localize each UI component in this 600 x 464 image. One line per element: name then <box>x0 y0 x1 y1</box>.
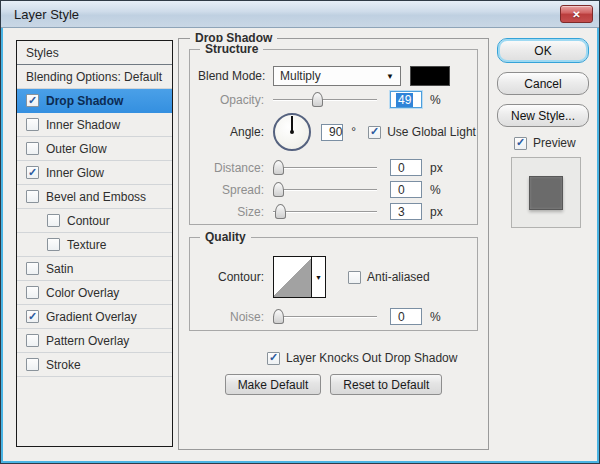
blend-mode-label: Blend Mode: <box>198 69 264 83</box>
sidebar-item-label: Outer Glow <box>46 142 107 156</box>
opacity-unit: % <box>430 93 441 107</box>
opacity-row: Opacity: 49 % <box>198 91 469 108</box>
anti-aliased-checkbox[interactable]: ✓ Anti-aliased <box>348 270 430 284</box>
angle-center-dot <box>290 130 294 134</box>
slider-thumb[interactable] <box>273 182 284 197</box>
contour-thumbnail[interactable] <box>274 257 312 297</box>
sidebar-item-inner-shadow[interactable]: ✓ Inner Shadow <box>17 113 172 137</box>
checkbox-icon[interactable]: ✓ <box>26 190 39 203</box>
checkbox-icon[interactable]: ✓ <box>26 334 39 347</box>
spread-value[interactable]: 0 <box>390 181 422 198</box>
sidebar-item-bevel-and-emboss[interactable]: ✓ Bevel and Emboss <box>17 185 172 209</box>
checkbox-icon[interactable]: ✓ <box>26 310 39 323</box>
reset-to-default-button[interactable]: Reset to Default <box>330 374 442 395</box>
sidebar-item-styles[interactable]: Styles <box>17 41 172 65</box>
ok-button[interactable]: OK <box>497 38 589 63</box>
make-default-button[interactable]: Make Default <box>225 374 322 395</box>
checkbox-icon[interactable]: ✓ <box>26 94 39 107</box>
slider-track <box>273 167 377 168</box>
distance-slider[interactable] <box>273 160 377 175</box>
layer-knocks-out-checkbox[interactable]: ✓ Layer Knocks Out Drop Shadow <box>267 351 488 365</box>
sidebar-item-drop-shadow[interactable]: ✓ Drop Shadow <box>17 89 172 113</box>
blend-mode-value: Multiply <box>280 69 321 83</box>
slider-track <box>273 189 377 190</box>
structure-legend: Structure <box>200 42 263 56</box>
checkbox-icon[interactable]: ✓ <box>348 271 361 284</box>
angle-row: Angle: 90 ° ✓ Use Global Light <box>198 113 469 151</box>
quality-group: Quality Contour: ▼ ✓ Anti-aliased Noise: <box>189 237 478 331</box>
sidebar-item-label: Color Overlay <box>46 286 119 300</box>
sidebar-item-stroke[interactable]: ✓ Stroke <box>17 353 172 377</box>
checkbox-icon[interactable]: ✓ <box>47 238 60 251</box>
use-global-light-checkbox[interactable]: ✓ Use Global Light <box>368 125 476 139</box>
style-preview-swatch <box>511 157 581 228</box>
checkbox-icon[interactable]: ✓ <box>47 214 60 227</box>
sidebar-item-contour[interactable]: ✓ Contour <box>17 209 172 233</box>
slider-track <box>273 316 377 317</box>
blend-mode-select[interactable]: Multiply ▼ <box>273 66 401 86</box>
quality-legend: Quality <box>200 230 251 244</box>
angle-value[interactable]: 90 <box>321 124 343 141</box>
noise-value[interactable]: 0 <box>390 308 422 325</box>
preview-checkbox[interactable]: ✓ Preview <box>514 136 589 150</box>
cancel-button[interactable]: Cancel <box>497 72 589 95</box>
checkbox-icon[interactable]: ✓ <box>26 166 39 179</box>
sidebar-item-pattern-overlay[interactable]: ✓ Pattern Overlay <box>17 329 172 353</box>
size-value[interactable]: 3 <box>390 203 422 220</box>
opacity-value[interactable]: 49 <box>390 91 422 108</box>
layer-knocks-out-label: Layer Knocks Out Drop Shadow <box>286 351 457 365</box>
checkbox-icon[interactable]: ✓ <box>26 358 39 371</box>
checkbox-icon[interactable]: ✓ <box>26 118 39 131</box>
sidebar-item-outer-glow[interactable]: ✓ Outer Glow <box>17 137 172 161</box>
slider-thumb[interactable] <box>273 160 284 175</box>
chevron-down-icon[interactable]: ▼ <box>312 257 325 297</box>
checkbox-icon[interactable]: ✓ <box>26 142 39 155</box>
sidebar-item-label: Inner Shadow <box>46 118 120 132</box>
checkbox-icon[interactable]: ✓ <box>514 137 527 150</box>
sidebar-item-texture[interactable]: ✓ Texture <box>17 233 172 257</box>
dialog-body: Styles Blending Options: Default ✓ Drop … <box>1 28 599 463</box>
sidebar-item-satin[interactable]: ✓ Satin <box>17 257 172 281</box>
distance-value[interactable]: 0 <box>390 159 422 176</box>
close-button[interactable]: ✕ <box>560 5 593 23</box>
noise-slider[interactable] <box>273 309 377 324</box>
style-preview-thumbnail <box>529 176 563 210</box>
angle-label: Angle: <box>198 125 264 139</box>
sidebar-item-gradient-overlay[interactable]: ✓ Gradient Overlay <box>17 305 172 329</box>
shadow-color-swatch[interactable] <box>410 66 450 86</box>
checkbox-icon[interactable]: ✓ <box>267 352 280 365</box>
contour-label: Contour: <box>198 270 264 284</box>
distance-label[interactable]: Distance: <box>198 161 264 175</box>
size-slider[interactable] <box>273 204 377 219</box>
spread-slider[interactable] <box>273 182 377 197</box>
checkbox-icon[interactable]: ✓ <box>26 286 39 299</box>
title-bar[interactable]: Layer Style ✕ <box>1 1 599 28</box>
sidebar-item-label: Styles <box>26 46 59 60</box>
sidebar-item-color-overlay[interactable]: ✓ Color Overlay <box>17 281 172 305</box>
contour-picker[interactable]: ▼ <box>273 256 326 298</box>
checkbox-icon[interactable]: ✓ <box>368 126 381 139</box>
sidebar-item-label: Drop Shadow <box>46 94 123 108</box>
size-label[interactable]: Size: <box>198 205 264 219</box>
new-style-button[interactable]: New Style... <box>497 104 589 127</box>
use-global-light-label: Use Global Light <box>387 125 476 139</box>
sidebar-item-label: Contour <box>67 214 110 228</box>
noise-label[interactable]: Noise: <box>198 310 264 324</box>
opacity-label[interactable]: Opacity: <box>198 93 264 107</box>
opacity-slider[interactable] <box>273 92 377 107</box>
sidebar-item-blending-options[interactable]: Blending Options: Default <box>17 65 172 89</box>
slider-thumb[interactable] <box>273 309 284 324</box>
spread-label[interactable]: Spread: <box>198 183 264 197</box>
angle-dial[interactable] <box>273 113 311 151</box>
slider-thumb[interactable] <box>275 204 286 219</box>
structure-group: Structure Blend Mode: Multiply ▼ Opacity… <box>189 49 478 225</box>
slider-thumb[interactable] <box>312 92 323 107</box>
sidebar-item-inner-glow[interactable]: ✓ Inner Glow <box>17 161 172 185</box>
checkbox-icon[interactable]: ✓ <box>26 262 39 275</box>
blend-mode-row: Blend Mode: Multiply ▼ <box>198 66 469 86</box>
sidebar-item-label: Stroke <box>46 358 81 372</box>
noise-unit: % <box>430 310 441 324</box>
styles-list: Styles Blending Options: Default ✓ Drop … <box>16 40 173 447</box>
window-title: Layer Style <box>1 7 79 22</box>
sidebar-item-label: Inner Glow <box>46 166 104 180</box>
